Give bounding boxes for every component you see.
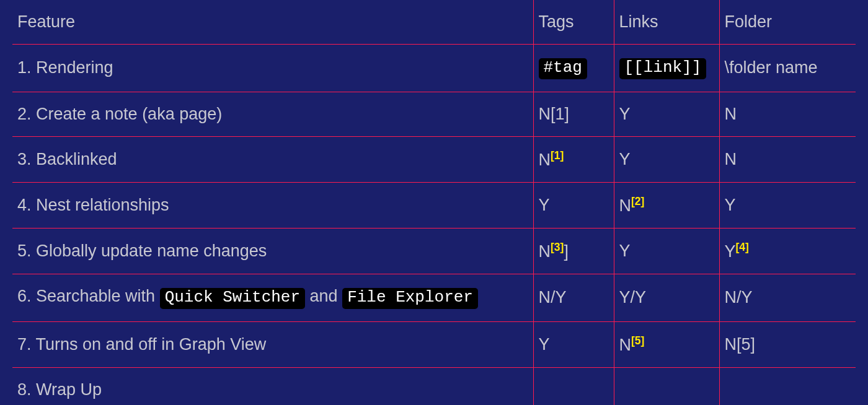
tags-cell [533, 367, 614, 405]
footnote-ref[interactable]: [4] [736, 241, 749, 253]
links-cell: [[link]] [614, 45, 719, 92]
value-text: N [539, 242, 551, 261]
folder-cell: Y[4] [719, 228, 856, 274]
feature-cell: 2. Create a note (aka page) [12, 92, 533, 136]
tags-cell: N/Y [533, 274, 614, 321]
feature-cell: 3. Backlinked [12, 136, 533, 182]
col-header-tags: Tags [533, 0, 614, 45]
table-row: 4. Nest relationships Y N[2] Y [12, 182, 856, 228]
value-text: N [539, 150, 551, 169]
feature-text: and [305, 287, 342, 305]
tags-cell: Y [533, 182, 614, 228]
links-cell: N[5] [614, 321, 719, 367]
value-text: Y [725, 242, 736, 261]
folder-cell: Y [719, 182, 856, 228]
col-header-links: Links [614, 0, 719, 45]
footnote-ref[interactable]: [3] [551, 241, 564, 253]
value-tail: ] [564, 242, 569, 261]
value-text: N [619, 336, 632, 354]
feature-cell: 8. Wrap Up [12, 367, 533, 405]
folder-cell: N [719, 136, 856, 182]
table-row: 7. Turns on and off in Graph View Y N[5]… [12, 321, 856, 367]
folder-cell [719, 367, 856, 405]
feature-cell: 1. Rendering [12, 45, 533, 92]
table-header-row: Feature Tags Links Folder [12, 0, 856, 45]
table-row: 5. Globally update name changes N[3]] Y … [12, 228, 856, 274]
value-text: N [619, 196, 632, 215]
link-code: [[link]] [619, 58, 707, 79]
table-row: 3. Backlinked N[1] Y N [12, 136, 856, 182]
links-cell: Y/Y [614, 274, 719, 321]
tags-cell: N[1] [533, 92, 614, 136]
footnote-ref[interactable]: [2] [631, 195, 644, 207]
feature-comparison-table: Feature Tags Links Folder 1. Rendering #… [12, 0, 856, 405]
feature-cell: 4. Nest relationships [12, 182, 533, 228]
folder-cell: N/Y [719, 274, 856, 321]
table-row: 2. Create a note (aka page) N[1] Y N [12, 92, 856, 136]
links-cell: Y [614, 92, 719, 136]
links-cell: Y [614, 136, 719, 182]
links-cell: N[2] [614, 182, 719, 228]
table-row: 6. Searchable with Quick Switcher and Fi… [12, 274, 856, 321]
tags-cell: N[1] [533, 136, 614, 182]
feature-cell: 5. Globally update name changes [12, 228, 533, 274]
inline-code: File Explorer [342, 288, 478, 309]
footnote-ref[interactable]: [5] [631, 334, 644, 347]
footnote-ref[interactable]: [1] [551, 149, 564, 162]
feature-cell: 7. Turns on and off in Graph View [12, 321, 533, 367]
links-cell: Y [614, 228, 719, 274]
feature-text: 6. Searchable with [17, 287, 160, 305]
folder-cell: N [719, 92, 856, 136]
folder-cell: N[5] [719, 321, 856, 367]
table-row: 8. Wrap Up [12, 367, 856, 405]
tag-code: #tag [539, 58, 587, 79]
links-cell [614, 367, 719, 405]
tags-cell: N[3]] [533, 228, 614, 274]
inline-code: Quick Switcher [160, 288, 305, 309]
tags-cell: #tag [533, 45, 614, 92]
table-row: 1. Rendering #tag [[link]] \folder name [12, 45, 856, 92]
folder-cell: \folder name [719, 45, 856, 92]
tags-cell: Y [533, 321, 614, 367]
feature-cell: 6. Searchable with Quick Switcher and Fi… [12, 274, 533, 321]
col-header-folder: Folder [719, 0, 856, 45]
col-header-feature: Feature [12, 0, 533, 45]
